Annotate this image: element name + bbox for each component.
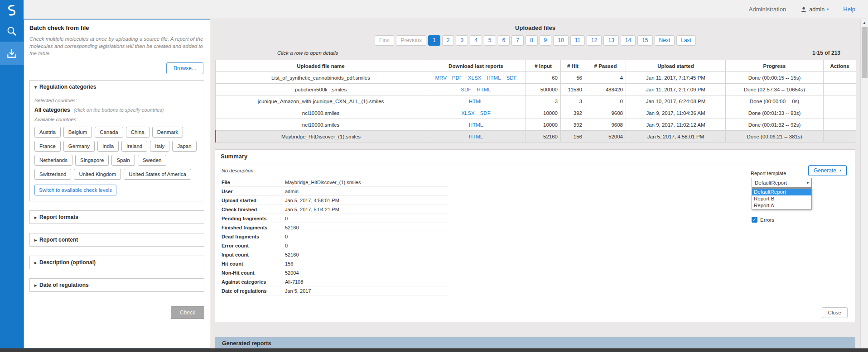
topbar: Administration admin ▾ Help [0,0,868,19]
country-button-italy[interactable]: Italy [150,141,169,152]
upload-started-cell: Jan 11, 2017, 2:17:09 PM [626,84,726,95]
generate-button[interactable]: Generate ▾ [808,165,847,176]
errors-checkbox[interactable]: ✓ [752,217,757,223]
report-link-xlsx[interactable]: XLSX [461,110,474,116]
regulation-categories-section: ▾ Regulation categories Selected countri… [29,80,204,201]
pagination-page-9[interactable]: 9 [540,35,552,46]
sidebar-item-search[interactable] [0,21,24,42]
chevron-down-icon: ▾ [827,8,829,11]
progress-cell: Done (00:00:15 -- 15s) [726,72,824,84]
section-report-formats[interactable]: ▸Report formats [29,210,204,224]
country-button-france[interactable]: France [34,141,61,152]
table-row[interactable]: nci10000.smilesHTML100003929608Jan 9, 20… [216,119,856,131]
section-report-content[interactable]: ▸Report content [29,233,204,247]
pagination-page-3[interactable]: 3 [456,35,468,46]
administration-link[interactable]: Administration [749,6,786,13]
search-icon [6,26,17,37]
close-button[interactable]: Close [822,307,848,318]
report-template-select[interactable]: DefaultReport ▾ [752,178,812,188]
pagination-last[interactable]: Last [676,35,696,46]
switch-check-levels-button[interactable]: Switch to available check levels [34,185,116,195]
country-buttons: AustriaBelgiumCanadaChinaDenmarkFranceGe… [34,127,199,180]
country-button-spain[interactable]: Spain [111,155,135,166]
pagination-page-11[interactable]: 11 [570,35,585,46]
table-row[interactable]: List_of_synthetic_cannabinoids_pdf.smile… [216,72,856,84]
regulation-categories-header[interactable]: ▾ Regulation categories [30,81,204,93]
chevron-down-icon: ▾ [34,85,37,90]
pagination-previous[interactable]: Previous [396,35,426,46]
generate-label: Generate [814,167,836,174]
column-header-hit: # Hit [561,60,585,72]
column-header-progress: Progress [726,60,824,72]
pagination-page-7[interactable]: 7 [511,35,524,46]
report-template-option-defaultreport[interactable]: DefaultReport [752,189,811,195]
table-row[interactable]: jcunique_Amazon_with-jcunique_CXN_ALL_(1… [216,95,856,107]
report-template-option-report-b[interactable]: Report B [752,195,811,202]
section-date-of-regulations[interactable]: ▸Date of regulations [29,278,204,292]
scroll-up-arrow[interactable]: ▲ [861,19,868,26]
user-menu[interactable]: admin ▾ [800,6,829,13]
country-button-switzerland[interactable]: Switzerland [34,169,71,180]
country-button-denmark[interactable]: Denmark [152,127,183,138]
country-button-united-kingdom[interactable]: United Kingdom [74,169,121,180]
country-button-canada[interactable]: Canada [95,127,123,138]
section-description-optional[interactable]: ▸Description (optional) [29,256,204,269]
pagination-first[interactable]: First [375,35,394,46]
pagination-page-4[interactable]: 4 [470,35,482,46]
country-button-netherlands[interactable]: Netherlands [34,155,72,166]
all-categories-hint: (click on the buttons to specify countri… [74,107,164,113]
country-button-india[interactable]: India [97,141,119,152]
progress-cell: Done (00:01:33 -- 93s) [726,107,824,119]
pagination-page-1[interactable]: 1 [428,35,440,46]
pagination-page-15[interactable]: 15 [637,35,652,46]
reports-cell: XLSXSDF [426,107,526,119]
browse-button[interactable]: Browse... [166,62,203,74]
report-link-mrv[interactable]: MRV [435,75,446,81]
pagination-next[interactable]: Next [655,35,675,46]
column-header-input: # Input [526,60,561,72]
scrollbar-thumb[interactable] [862,27,868,78]
pagination-page-8[interactable]: 8 [526,35,538,46]
pagination-page-6[interactable]: 6 [498,35,510,46]
pagination-page-14[interactable]: 14 [621,35,636,46]
help-link[interactable]: Help [843,6,855,13]
check-button[interactable]: Check [171,306,204,319]
pagination-page-2[interactable]: 2 [442,35,454,46]
report-link-html[interactable]: HTML [469,122,483,128]
country-button-china[interactable]: China [126,127,149,138]
all-categories-button[interactable]: All categories [34,107,70,113]
report-link-pdf[interactable]: PDF [452,75,463,81]
summary-field-row: Error count0 [222,241,448,250]
country-button-united-states-of-america[interactable]: United States of America [124,169,191,180]
report-link-sdf[interactable]: SDF [480,110,491,116]
summary-field-value: Maybridge_HitDiscover_(1).smiles [285,180,448,185]
report-link-xlsx[interactable]: XLSX [468,75,481,81]
scrollbar[interactable]: ▲ [860,19,868,352]
table-row[interactable]: Maybridge_HitDiscover_(1).smilesHTML5216… [216,131,856,143]
report-link-sdf[interactable]: SDF [506,75,517,81]
country-button-austria[interactable]: Austria [34,127,61,138]
country-button-germany[interactable]: Germany [63,141,95,152]
report-link-html[interactable]: HTML [469,134,483,139]
errors-option[interactable]: ✓ Errors [752,217,774,223]
table-row[interactable]: nci10000.smilesXLSXSDF100003929608Jan 9,… [216,107,856,119]
pagination-page-5[interactable]: 5 [484,35,496,46]
report-link-html[interactable]: HTML [477,87,491,92]
report-template-option-report-a[interactable]: Report A [752,202,811,209]
table-row[interactable]: pubchem500k_.smilesSDFHTML50000011580488… [216,84,856,95]
pagination-page-13[interactable]: 13 [603,35,618,46]
country-button-sweden[interactable]: Sweden [138,155,167,166]
pagination-page-10[interactable]: 10 [553,35,568,46]
report-link-sdf[interactable]: SDF [461,87,471,92]
country-button-belgium[interactable]: Belgium [63,127,92,138]
country-button-singapore[interactable]: Singapore [75,155,109,166]
column-header-download-last-reports: Download last reports [426,60,526,72]
report-link-html[interactable]: HTML [487,75,501,81]
country-button-japan[interactable]: Japan [172,141,196,152]
report-template-label: Report template [751,171,786,176]
report-link-html[interactable]: HTML [469,99,483,104]
country-button-ireland[interactable]: Ireland [121,141,147,152]
input-cell: 10000 [526,119,561,131]
sidebar-item-batch-check[interactable] [0,42,24,65]
pagination-page-12[interactable]: 12 [587,35,602,46]
